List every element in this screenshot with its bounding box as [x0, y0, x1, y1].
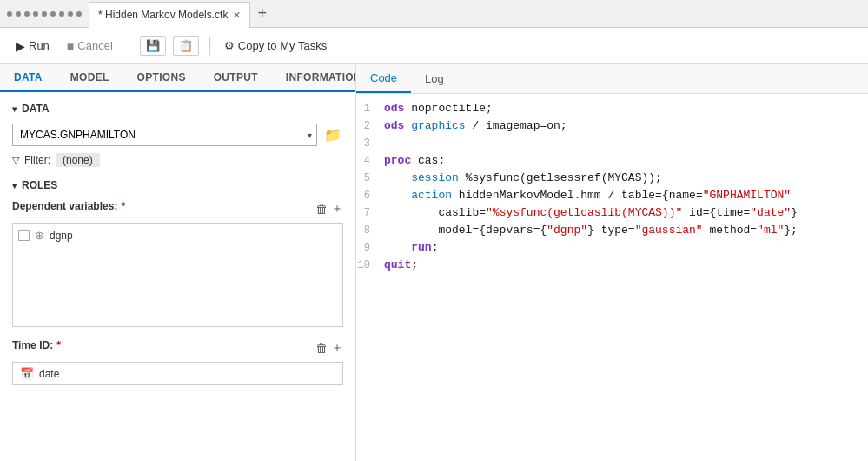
time-id-required-star: * [56, 339, 61, 351]
var-item-dgnp: ⊕ dgnp [18, 229, 337, 242]
export-icon: 📋 [179, 39, 193, 52]
tab-code[interactable]: Code [356, 64, 411, 93]
app-dot-4 [33, 11, 38, 17]
roles-section: ▾ ROLES Dependent variables: * 🗑 ＋ [12, 179, 343, 385]
stop-icon: ■ [67, 39, 74, 53]
app-dot-2 [16, 11, 21, 17]
save-button[interactable]: 💾 [140, 36, 166, 56]
code-line-3: 3 [356, 136, 868, 153]
toolbar-separator-2 [209, 37, 210, 55]
data-section-label: DATA [22, 103, 50, 115]
code-line-5: 5 session %sysfunc(getlsessref(MYCAS)); [356, 170, 868, 188]
run-icon: ▶ [16, 39, 25, 53]
tab-options[interactable]: OPTIONS [123, 64, 200, 90]
add-dep-vars-button[interactable]: ＋ [331, 201, 343, 217]
right-panel: Code Log 1 ods noproctitle; 2 ods graphi… [356, 64, 868, 461]
tab-information[interactable]: INFORMATION [272, 64, 356, 90]
var-checkbox-dgnp[interactable] [18, 230, 30, 241]
code-line-10: 10 quit; [356, 257, 868, 275]
dependent-vars-header: Dependent variables: * 🗑 ＋ [12, 200, 343, 217]
gear-icon: ⚙ [224, 39, 235, 52]
time-id-header: Time ID: * 🗑 ＋ [12, 339, 343, 357]
copy-to-tasks-button[interactable]: ⚙ Copy to My Tasks [224, 39, 327, 52]
tab-label: * Hidden Markov Models.ctk [98, 9, 228, 21]
cancel-label: Cancel [77, 39, 112, 52]
filter-icon: ▽ [12, 155, 19, 166]
tab-model[interactable]: MODEL [56, 64, 123, 90]
export-button[interactable]: 📋 [173, 36, 199, 56]
dataset-dropdown-wrapper: MYCAS.GNPHAMILTON ▾ [12, 124, 317, 146]
code-tabs: Code Log [356, 64, 868, 94]
copy-tasks-label: Copy to My Tasks [238, 39, 327, 52]
time-id-input-row: 📅 date [12, 362, 343, 385]
app-dot-7 [59, 11, 64, 17]
app-dot-8 [68, 11, 73, 17]
main-tab[interactable]: * Hidden Markov Models.ctk ✕ [89, 2, 250, 28]
app-dot-1 [7, 11, 12, 17]
tab-data[interactable]: DATA [0, 64, 56, 92]
delete-time-id-button[interactable]: 🗑 [315, 341, 328, 355]
code-line-1: 1 ods noproctitle; [356, 101, 868, 118]
dependent-vars-label: Dependent variables: * [12, 200, 125, 212]
code-editor[interactable]: 1 ods noproctitle; 2 ods graphics / imag… [356, 94, 868, 461]
filter-row: ▽ Filter: (none) [12, 153, 343, 167]
delete-dep-vars-button[interactable]: 🗑 [315, 202, 328, 216]
code-line-2: 2 ods graphics / imagemap=on; [356, 118, 868, 136]
save-icon: 💾 [146, 39, 160, 52]
roles-section-header[interactable]: ▾ ROLES [12, 179, 343, 191]
tab-bar: * Hidden Markov Models.ctk ✕ + [0, 0, 868, 28]
roles-chevron-icon: ▾ [12, 181, 17, 190]
var-label-dgnp: dgnp [50, 230, 73, 242]
roles-section-label: ROLES [22, 179, 57, 191]
data-chevron-icon: ▾ [12, 104, 17, 114]
code-line-6: 6 action hiddenMarkovModel.hmm / table={… [356, 188, 868, 205]
filter-label: Filter: [24, 154, 50, 166]
run-button[interactable]: ▶ Run [10, 37, 55, 56]
browse-folder-button[interactable]: 📁 [322, 125, 343, 145]
toolbar-separator [129, 37, 129, 55]
tab-output[interactable]: OUTPUT [200, 64, 272, 90]
time-id-value: date [39, 368, 59, 380]
app-icon-grid [7, 11, 82, 17]
app-dot-5 [42, 11, 47, 17]
add-time-id-button[interactable]: ＋ [331, 340, 343, 356]
app-dot-9 [76, 11, 82, 17]
dependent-vars-list: ⊕ dgnp [12, 223, 343, 327]
code-line-9: 9 run; [356, 240, 868, 257]
dataset-row: MYCAS.GNPHAMILTON ▾ 📁 [12, 124, 343, 146]
code-line-7: 7 caslib="%sysfunc(getlcaslib(MYCAS))" i… [356, 205, 868, 223]
data-section-header[interactable]: ▾ DATA [12, 103, 343, 115]
run-label: Run [29, 39, 50, 52]
left-panel: DATA MODEL OPTIONS OUTPUT INFORMATION ▾ … [0, 64, 356, 461]
dependent-vars-actions: 🗑 ＋ [315, 201, 343, 217]
required-star: * [121, 200, 125, 212]
toolbar: ▶ Run ■ Cancel 💾 📋 ⚙ Copy to My Tasks [0, 28, 868, 64]
code-line-8: 8 model={depvars={"dgnp"} type="gaussian… [356, 223, 868, 240]
time-id-label: Time ID: * [12, 339, 61, 351]
calendar-icon: 📅 [20, 367, 34, 380]
tab-log[interactable]: Log [411, 64, 458, 93]
cancel-button[interactable]: ■ Cancel [62, 37, 118, 56]
new-tab-button[interactable]: + [250, 4, 274, 23]
dataset-select[interactable]: MYCAS.GNPHAMILTON [12, 124, 317, 146]
tab-close-icon[interactable]: ✕ [233, 10, 241, 21]
move-icon-dgnp: ⊕ [35, 229, 44, 242]
main-layout: DATA MODEL OPTIONS OUTPUT INFORMATION ▾ … [0, 64, 868, 461]
app-dot-3 [24, 11, 30, 17]
nav-tabs: DATA MODEL OPTIONS OUTPUT INFORMATION [0, 64, 355, 92]
time-id-actions: 🗑 ＋ [315, 340, 343, 356]
left-panel-content: ▾ DATA MYCAS.GNPHAMILTON ▾ 📁 ▽ Filter: [0, 92, 355, 396]
app-dot-6 [50, 11, 56, 17]
folder-icon: 📁 [324, 128, 341, 143]
time-id-section: Time ID: * 🗑 ＋ 📅 date [12, 339, 343, 385]
code-line-4: 4 proc cas; [356, 153, 868, 170]
filter-value[interactable]: (none) [56, 153, 100, 167]
